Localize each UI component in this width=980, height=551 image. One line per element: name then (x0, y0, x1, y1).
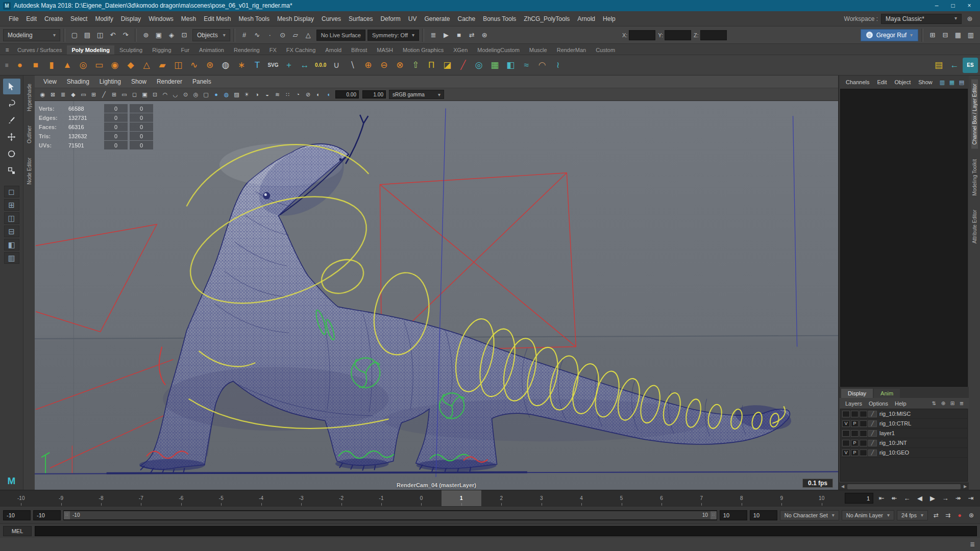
lasso-tool[interactable] (3, 95, 20, 111)
shelf-zero-transform[interactable]: 0.0.0 (313, 58, 328, 73)
go-to-start-button[interactable]: ⇤ (875, 493, 888, 504)
play-forwards-button[interactable]: ▶ (926, 493, 939, 504)
step-back-frame-button[interactable]: ← (901, 493, 913, 504)
panel-layout-icon-4[interactable]: ▥ (965, 29, 977, 41)
timeline-frame[interactable]: -5 (201, 490, 241, 506)
shelf-tab[interactable]: Animation (194, 45, 229, 55)
multisample-icon[interactable]: ∷ (283, 90, 292, 99)
timeline-frame[interactable]: 10 (801, 490, 841, 506)
shelf-tab[interactable]: Motion Graphics (398, 45, 448, 55)
single-pane-layout-button[interactable]: ◻ (4, 186, 19, 197)
step-forward-frame-button[interactable]: → (939, 493, 951, 504)
shelf-tab[interactable]: Arnold (321, 45, 346, 55)
close-button[interactable]: × (962, 1, 977, 10)
shelf-bridge[interactable]: Π (424, 58, 439, 73)
layer-sort-icon[interactable]: ⇅ (930, 399, 938, 407)
timeline-frame[interactable]: 5 (601, 490, 641, 506)
shelf-boolean-intersection[interactable]: ⊗ (392, 58, 407, 73)
workspace-dropdown[interactable]: Maya Classic* ▾ (881, 14, 962, 24)
shelf-sculpt[interactable]: ◠ (534, 58, 550, 73)
timeline-frame[interactable]: 1 (442, 490, 481, 506)
shelf-tab[interactable]: ModelingCustom (473, 45, 524, 55)
snap-to-view-plane-icon[interactable]: ▱ (289, 29, 302, 41)
construction-history-icon[interactable]: ≣ (427, 29, 439, 41)
modeling-toolkit-dock-icon[interactable]: ▦ (948, 78, 956, 86)
shelf-tab[interactable]: XGen (449, 45, 472, 55)
menu-item[interactable]: Curves (318, 14, 345, 24)
shadows-icon[interactable]: ◑ (252, 90, 262, 99)
new-layer-from-selected-icon[interactable]: ⊕ (939, 399, 947, 407)
panel-tab[interactable]: Channel Box / Layer Editor (971, 80, 978, 149)
exposure-field[interactable]: 0.00 (335, 90, 359, 98)
layer-row[interactable]: ╱ layer1 (841, 429, 967, 438)
shelf-super-shape[interactable]: ∗ (234, 58, 249, 73)
shelf-distance-tool[interactable]: ↔ (297, 58, 312, 73)
timeline-frame[interactable]: -1 (361, 490, 401, 506)
playback-loop-icon[interactable]: ⇄ (930, 510, 942, 520)
viewport-menu-item[interactable]: Lighting (95, 77, 126, 86)
safe-action-icon[interactable]: ◠ (160, 90, 170, 99)
shelf-tab[interactable]: Fur (177, 45, 194, 55)
layer-color-swatch[interactable]: ╱ (868, 449, 877, 456)
shelf-poly-pyramid[interactable]: △ (139, 58, 154, 73)
timeline-frame[interactable]: 7 (681, 490, 721, 506)
menu-item[interactable]: Edit Mesh (200, 14, 234, 24)
shelf-tab[interactable]: Bifrost (347, 45, 372, 55)
shelf-poly-gear[interactable]: ⊛ (202, 58, 217, 73)
four-pane-layout-button[interactable]: ⊞ (4, 199, 19, 211)
shelf-tab[interactable]: Curves / Surfaces (13, 45, 66, 55)
layer-display-type-toggle[interactable] (860, 449, 867, 456)
select-tool[interactable] (3, 79, 20, 94)
2d-pan-zoom-icon[interactable]: ⊞ (89, 90, 99, 99)
snap-to-projected-center-icon[interactable]: ⊙ (277, 29, 289, 41)
scale-tool[interactable] (3, 163, 20, 179)
timeline-frame[interactable]: -10 (1, 490, 41, 506)
panel-tab[interactable]: Node Editor (26, 154, 33, 189)
outliner-persp-layout-button[interactable]: ◧ (4, 239, 19, 251)
timeline-frame[interactable]: 9 (762, 490, 801, 506)
menu-set-dropdown[interactable]: Modeling ▾ (3, 29, 60, 41)
lights-icon[interactable]: ☀ (242, 90, 252, 99)
menu-item[interactable]: Bonus Tools (479, 14, 520, 24)
step-back-key-button[interactable]: ↞ (888, 493, 900, 504)
screen-space-ao-icon[interactable]: ◒ (262, 90, 272, 99)
menu-item[interactable]: Windows (145, 14, 177, 24)
current-frame-field[interactable]: 1 (845, 493, 873, 504)
timeline-frame[interactable]: 4 (561, 490, 601, 506)
shelf-platonic-solid[interactable]: ◆ (123, 58, 138, 73)
shelf-svg-tool[interactable]: SVG (265, 58, 281, 73)
channel-box-list[interactable] (840, 89, 968, 387)
viewport-menu-item[interactable]: Show (127, 77, 151, 86)
panel-layout-icon-2[interactable]: ⊟ (939, 29, 951, 41)
layer-playback-toggle[interactable]: P (851, 449, 859, 456)
snap-to-point-icon[interactable]: ∙ (264, 29, 276, 41)
layer-color-swatch[interactable]: ╱ (868, 440, 877, 446)
shelf-poly-cylinder[interactable]: ▮ (44, 58, 59, 73)
motion-blur-icon[interactable]: ≋ (273, 90, 282, 99)
timeline-frame[interactable]: -6 (161, 490, 201, 506)
menu-item[interactable]: Generate (421, 14, 453, 24)
playback-speed-dropdown[interactable]: 24 fps ▾ (897, 510, 928, 520)
undo-icon[interactable]: ↶ (107, 29, 119, 41)
shelf-extrude[interactable]: ⇧ (408, 58, 423, 73)
layer-playback-toggle[interactable]: P (851, 440, 859, 446)
shelf-poly-soccer-ball[interactable]: ◍ (218, 58, 233, 73)
highlight-selection-icon[interactable]: ⊡ (178, 29, 190, 41)
shelf-poly-sphere[interactable]: ● (12, 58, 28, 73)
textured-icon[interactable]: ▨ (232, 90, 241, 99)
menu-item[interactable]: Surfaces (345, 14, 376, 24)
shelf-separate[interactable]: ∖ (345, 58, 360, 73)
layer-editor-tab[interactable]: Anim (874, 389, 900, 398)
channel-box-menu-item[interactable]: Object (891, 78, 914, 86)
new-scene-icon[interactable]: ▢ (68, 29, 81, 41)
shelf-folder-icon[interactable]: ▤ (931, 58, 946, 73)
wireframe-icon[interactable]: ▢ (201, 90, 211, 99)
shelf-tab[interactable]: FX Caching (282, 45, 320, 55)
playback-start-field[interactable]: -10 (33, 510, 61, 520)
viewport-menu-item[interactable]: Panels (188, 77, 216, 86)
timeline-frame[interactable]: 8 (722, 490, 762, 506)
layer-playback-toggle[interactable] (851, 430, 859, 437)
menu-item[interactable]: Help (599, 14, 619, 24)
go-to-end-button[interactable]: ⇥ (965, 493, 977, 504)
z-input[interactable] (700, 30, 727, 40)
